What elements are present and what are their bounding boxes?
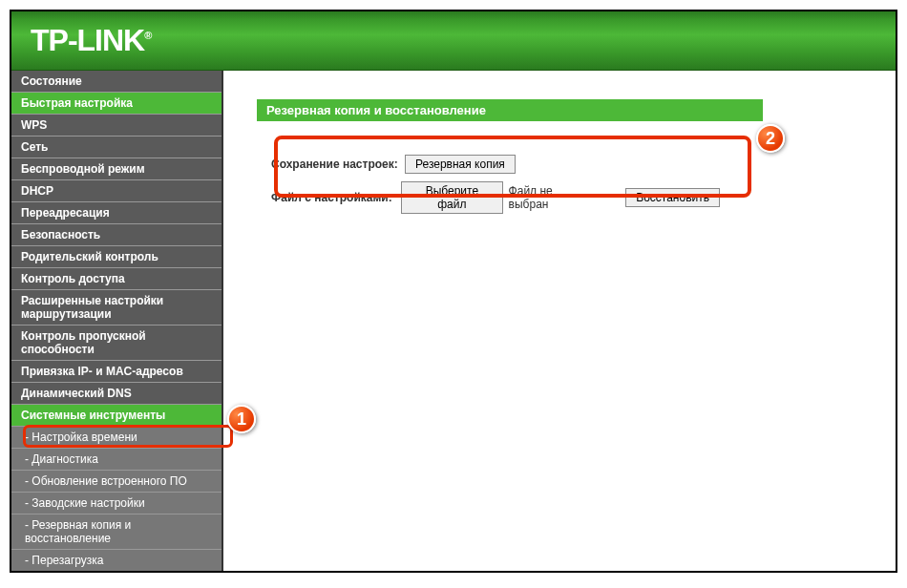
backup-restore-form: Сохранение настроек: Резервная копия Фай…	[257, 145, 734, 231]
restore-button[interactable]: Восстановить	[625, 188, 720, 207]
restore-label: Файл с настройками:	[271, 191, 401, 204]
main-content: Резервная копия и восстановление Сохране…	[223, 71, 896, 571]
sidebar-item-8[interactable]: Родительский контроль	[11, 246, 221, 268]
annotation-callout-2: 2	[756, 124, 785, 153]
sidebar-item-18[interactable]: - Заводские настройки	[11, 493, 221, 514]
sidebar-item-11[interactable]: Контроль пропускной способности	[11, 326, 221, 361]
sidebar-item-4[interactable]: Беспроводной режим	[11, 158, 221, 180]
sidebar-item-16[interactable]: - Диагностика	[11, 449, 221, 471]
backup-label: Сохранение настроек:	[271, 158, 405, 171]
sidebar-item-2[interactable]: WPS	[11, 115, 221, 136]
restore-row: Файл с настройками: Выберите файл Файл н…	[271, 181, 720, 214]
sidebar-item-3[interactable]: Сеть	[11, 136, 221, 158]
sidebar-item-6[interactable]: Переадресация	[11, 202, 221, 224]
sidebar-item-5[interactable]: DHCP	[11, 180, 221, 202]
sidebar: СостояниеБыстрая настройкаWPSСетьБеспров…	[11, 71, 223, 571]
header: TP-LINK®	[11, 11, 896, 71]
sidebar-item-19[interactable]: - Резервная копия и восстановление	[11, 514, 221, 550]
file-status-text: Файл не выбран	[509, 184, 592, 211]
backup-row: Сохранение настроек: Резервная копия	[271, 155, 720, 174]
sidebar-item-15[interactable]: - Настройка времени	[11, 427, 221, 449]
choose-file-button[interactable]: Выберите файл	[401, 181, 502, 214]
sidebar-item-13[interactable]: Динамический DNS	[11, 383, 221, 405]
annotation-callout-1: 1	[227, 405, 256, 433]
sidebar-item-12[interactable]: Привязка IP- и MAC-адресов	[11, 361, 221, 383]
sidebar-item-9[interactable]: Контроль доступа	[11, 268, 221, 290]
sidebar-item-17[interactable]: - Обновление встроенного ПО	[11, 471, 221, 493]
sidebar-item-1[interactable]: Быстрая настройка	[11, 93, 221, 115]
sidebar-item-0[interactable]: Состояние	[11, 71, 221, 93]
sidebar-item-7[interactable]: Безопасность	[11, 224, 221, 246]
page-title: Резервная копия и восстановление	[257, 99, 763, 121]
backup-button[interactable]: Резервная копия	[405, 155, 516, 174]
logo: TP-LINK®	[31, 23, 151, 58]
sidebar-item-20[interactable]: - Перезагрузка	[11, 550, 221, 571]
sidebar-item-14[interactable]: Системные инструменты	[11, 405, 221, 427]
sidebar-item-10[interactable]: Расширенные настройки маршрутизации	[11, 290, 221, 326]
